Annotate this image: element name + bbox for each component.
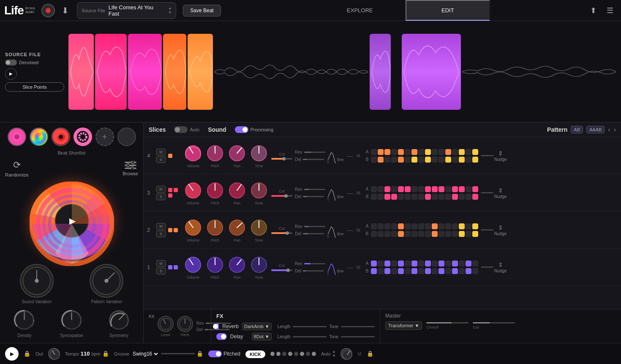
pl-2b-14[interactable] [459,231,465,237]
slice-points-button[interactable]: Slice Points [5,82,64,92]
pattern-next[interactable]: › [614,126,616,133]
volume-knob-3[interactable]: Volume [183,181,203,205]
dash-4[interactable]: — [347,152,354,159]
sound-variation-knob[interactable] [20,264,54,298]
mute-button-4[interactable]: M [156,149,166,155]
pl-2b-1[interactable] [371,231,377,237]
beat-dot-7[interactable] [306,352,310,356]
pl-2a-3[interactable] [384,223,390,229]
pl-4a-9[interactable] [425,149,431,155]
pl-2b-9[interactable] [425,231,431,237]
pl-4b-3[interactable] [384,157,390,163]
pl-1a-7[interactable] [411,261,417,266]
download-button[interactable]: ⬇ [58,4,72,17]
pl-4b-13[interactable] [452,157,458,163]
pl-2b-7[interactable] [411,231,417,237]
kit-level-knob[interactable]: Level [158,316,174,337]
beat-icon-2[interactable] [30,128,48,146]
out-knob[interactable] [48,348,60,360]
syncopation-knob-svg[interactable] [60,308,83,331]
auto-up[interactable]: ▲ [332,350,336,353]
m-1[interactable]: M [357,265,363,270]
pl-1a-16[interactable] [472,261,478,266]
mute-button-1[interactable]: M [156,260,166,267]
browse-button[interactable]: Browse [123,161,138,176]
record-button[interactable] [41,4,55,17]
pl-3b-14[interactable] [459,194,465,200]
pl-3a-5[interactable] [398,186,404,192]
cut-thumb-4[interactable] [282,157,286,160]
pl-3b-7[interactable] [411,194,417,200]
pl-1b-13[interactable] [452,268,458,274]
pl-3a-1[interactable] [371,186,377,192]
del-slider-1[interactable] [303,270,324,272]
pl-2a-14[interactable] [459,223,465,229]
pl-1b-6[interactable] [405,268,411,274]
pl-4b-4[interactable] [391,157,397,163]
auto-toggle-pill[interactable] [174,126,188,133]
pl-3a-9[interactable] [425,186,431,192]
pattern-prev[interactable]: ‹ [608,126,610,133]
pan-knob-1[interactable]: Pan [227,255,247,280]
denoised-toggle-pill[interactable] [5,60,17,65]
pl-2a-8[interactable] [418,223,424,229]
cut-slider-4[interactable] [271,158,292,160]
pl-2b-11[interactable] [439,231,444,237]
pl-3a-2[interactable] [378,186,384,192]
pl-1a-11[interactable] [439,261,444,266]
fx-delay-select[interactable]: 8Dot ▼ [252,333,272,340]
fx-reverb-select[interactable]: DarkAmb ▼ [242,323,272,330]
nudge-button-2[interactable]: ⇕ Nudge [494,224,507,236]
beat-dot-1[interactable] [270,352,275,356]
pl-3a-6[interactable] [405,186,411,192]
fx-reverb-toggle[interactable] [216,323,219,330]
pl-3b-11[interactable] [439,194,444,200]
vol-knob-bottom[interactable] [340,348,352,360]
pl-2b-15[interactable] [466,231,471,237]
nudge-button-4[interactable]: ⇕ Nudge [494,150,507,162]
pl-1a-2[interactable] [378,261,384,266]
waveform-segment-6[interactable] [370,34,391,110]
pl-4a-11[interactable] [439,149,444,155]
pl-1b-8[interactable] [418,268,424,274]
waveform-segment-7[interactable] [402,34,461,110]
nudge-button-3[interactable]: ⇕ Nudge [494,187,507,199]
share-button[interactable]: ⬆ [587,4,600,17]
pl-1b-2[interactable] [378,268,384,274]
pl-3a-4[interactable] [391,186,397,192]
pl-3b-6[interactable] [405,194,411,200]
cut-thumb-2[interactable] [286,231,289,235]
pl-2a-4[interactable] [391,223,397,229]
pl-2a-6[interactable] [405,223,411,229]
pl-1b-9[interactable] [425,268,431,274]
pl-2a-10[interactable] [432,223,438,229]
pl-3b-9[interactable] [425,194,431,200]
pl-1a-6[interactable] [405,261,411,266]
tone-slider-2[interactable] [341,336,375,337]
arrow-down-icon[interactable]: ▼ [168,11,172,14]
main-disc[interactable]: ▶ [30,182,114,260]
pl-2b-6[interactable] [405,231,411,237]
pl-3a-13[interactable] [452,186,458,192]
pl-2a-13[interactable] [452,223,458,229]
save-beat-button[interactable]: Save Beat [183,5,221,16]
waveform-segment-5[interactable] [188,34,213,110]
pl-1b-15[interactable] [466,268,471,274]
density-knob-svg[interactable] [13,308,36,331]
pl-4a-2[interactable] [378,149,384,155]
cut-slider-1[interactable] [271,269,292,271]
kit-level-knob-circle[interactable] [158,316,174,332]
pl-4b-8[interactable] [418,157,424,163]
pan-knob-4[interactable]: Pan [227,144,247,168]
waveform-segment-3[interactable] [128,34,162,110]
pl-4a-3[interactable] [384,149,390,155]
pl-2a-11[interactable] [439,223,444,229]
kit-pitch-knob-circle[interactable] [177,316,193,332]
tone-knob-2[interactable]: Tone [249,218,269,242]
edit-button[interactable]: EDIT [406,0,490,21]
nudge-button-1[interactable]: ⇕ Nudge [494,261,507,273]
pl-1a-1[interactable] [371,261,377,266]
waveform-segment-1[interactable] [68,34,94,110]
tempo-lock-icon[interactable]: 🔒 [102,350,109,357]
source-play-button[interactable]: ▶ [5,68,17,80]
